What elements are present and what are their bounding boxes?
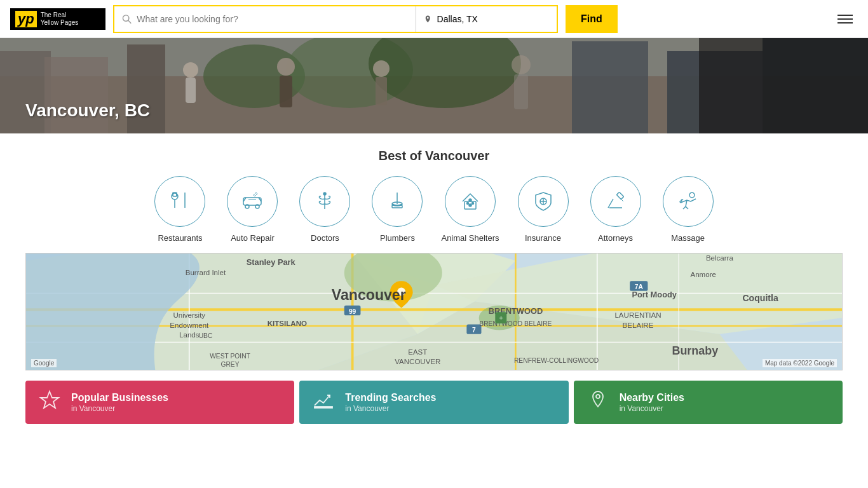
svg-line-47 — [618, 196, 623, 201]
search-input[interactable] — [137, 14, 408, 24]
svg-text:Burrard Inlet: Burrard Inlet — [186, 269, 226, 276]
category-circle-restaurants — [154, 176, 205, 227]
category-doctors[interactable]: Doctors — [296, 176, 353, 243]
popular-businesses-card[interactable]: Popular Businesses in Vancouver — [25, 381, 294, 424]
trending-icon — [312, 389, 335, 416]
header: yp The Real Yellow Pages Find — [0, 0, 868, 38]
svg-line-45 — [608, 199, 613, 208]
nearby-text-group: Nearby Cities in Vancouver — [620, 391, 684, 414]
svg-line-1 — [128, 20, 131, 23]
svg-text:RENFREW-COLLINGWOOD: RENFREW-COLLINGWOOD — [514, 357, 599, 364]
svg-text:Coquitla: Coquitla — [742, 293, 778, 303]
category-label-doctors: Doctors — [311, 233, 339, 243]
svg-text:Burnaby: Burnaby — [672, 344, 718, 357]
category-label-massage: Massage — [671, 233, 705, 243]
popular-subtitle: in Vancouver — [71, 404, 168, 413]
svg-point-39 — [471, 203, 473, 205]
svg-text:Stanley Park: Stanley Park — [247, 257, 296, 267]
popular-text-group: Popular Businesses in Vancouver — [71, 391, 168, 414]
search-icon — [122, 14, 132, 24]
hamburger-menu[interactable] — [832, 10, 858, 29]
map-section: 99 7A 7 Vancouver North Vancouver Burrar… — [0, 253, 868, 370]
category-auto-repair[interactable]: Auto Repair — [224, 176, 281, 243]
best-of-section: Best of Vancouver Restaurants — [0, 133, 868, 253]
category-label-animal-shelters: Animal Shelters — [441, 233, 499, 243]
svg-text:7: 7 — [472, 327, 476, 334]
svg-marker-93 — [41, 391, 58, 408]
trending-searches-card[interactable]: Trending Searches in Vancouver — [299, 381, 568, 424]
search-bar — [113, 5, 558, 33]
hamburger-line-2 — [837, 18, 853, 20]
svg-point-40 — [469, 204, 471, 207]
hamburger-line-1 — [837, 15, 853, 16]
map-credit-data: Map data ©2022 Google — [763, 359, 837, 367]
popular-title: Popular Businesses — [71, 391, 168, 405]
svg-text:+: + — [499, 314, 503, 322]
logo-yp: yp — [15, 11, 37, 27]
category-circle-animal-shelters — [445, 176, 496, 227]
svg-point-0 — [123, 15, 128, 20]
svg-point-48 — [689, 193, 695, 198]
svg-text:BRENTWOOD BELAIRE: BRENTWOOD BELAIRE — [479, 320, 552, 327]
location-icon — [424, 15, 432, 24]
map-container[interactable]: 99 7A 7 Vancouver North Vancouver Burrar… — [25, 253, 843, 370]
logo-text: The Real Yellow Pages — [41, 11, 79, 27]
best-of-title: Best of Vancouver — [0, 149, 868, 163]
hamburger-line-3 — [837, 22, 853, 24]
category-label-insurance: Insurance — [525, 233, 561, 243]
hero-city-title: Vancouver, BC — [25, 100, 150, 121]
nearby-subtitle: in Vancouver — [620, 404, 684, 413]
category-label-plumbers: Plumbers — [380, 233, 415, 243]
categories-grid: Restaurants Auto Repair — [0, 176, 868, 243]
trending-text-group: Trending Searches in Vancouver — [345, 391, 436, 414]
category-label-restaurants: Restaurants — [158, 233, 202, 243]
category-plumbers[interactable]: Plumbers — [369, 176, 426, 243]
svg-point-38 — [466, 203, 468, 205]
category-circle-doctors — [299, 176, 350, 227]
category-circle-plumbers — [372, 176, 423, 227]
svg-text:Anmore: Anmore — [691, 271, 716, 278]
location-input-wrapper — [416, 6, 557, 32]
svg-text:UBC: UBC — [199, 332, 213, 339]
logo[interactable]: yp The Real Yellow Pages — [10, 8, 105, 30]
trending-title: Trending Searches — [345, 391, 436, 405]
trending-subtitle: in Vancouver — [345, 404, 436, 413]
nearby-icon — [587, 389, 609, 416]
svg-point-95 — [596, 395, 600, 398]
popular-icon — [38, 389, 61, 416]
category-insurance[interactable]: Insurance — [515, 176, 572, 243]
category-circle-attorneys — [590, 176, 641, 227]
category-circle-massage — [663, 176, 714, 227]
category-circle-auto-repair — [227, 176, 278, 227]
svg-rect-35 — [392, 205, 402, 208]
svg-point-37 — [469, 199, 471, 201]
nearby-title: Nearby Cities — [620, 391, 684, 405]
svg-rect-94 — [315, 407, 332, 408]
svg-rect-28 — [243, 198, 261, 205]
hero-section: Vancouver, BC — [0, 38, 868, 133]
svg-point-32 — [323, 193, 326, 195]
map-svg: 99 7A 7 Vancouver North Vancouver Burrar… — [26, 254, 842, 370]
find-button[interactable]: Find — [566, 5, 618, 33]
category-circle-insurance — [518, 176, 569, 227]
nearby-cities-card[interactable]: Nearby Cities in Vancouver — [574, 381, 843, 424]
category-animal-shelters[interactable]: Animal Shelters — [441, 176, 499, 243]
bottom-cards: Popular Businesses in Vancouver Trending… — [0, 370, 868, 416]
svg-text:Vancouver: Vancouver — [332, 287, 406, 303]
svg-text:99: 99 — [349, 308, 356, 315]
search-input-wrapper — [114, 6, 416, 32]
category-massage[interactable]: Massage — [660, 176, 717, 243]
location-input[interactable] — [437, 14, 549, 24]
category-restaurants[interactable]: Restaurants — [151, 176, 208, 243]
svg-text:Port Moody: Port Moody — [632, 290, 677, 299]
svg-text:Belcarra: Belcarra — [706, 254, 734, 262]
svg-text:KITSILANO: KITSILANO — [268, 320, 307, 327]
category-attorneys[interactable]: Attorneys — [587, 176, 644, 243]
category-label-attorneys: Attorneys — [598, 233, 633, 243]
category-label-auto-repair: Auto Repair — [231, 233, 275, 243]
map-credit-google: Google — [31, 359, 57, 367]
